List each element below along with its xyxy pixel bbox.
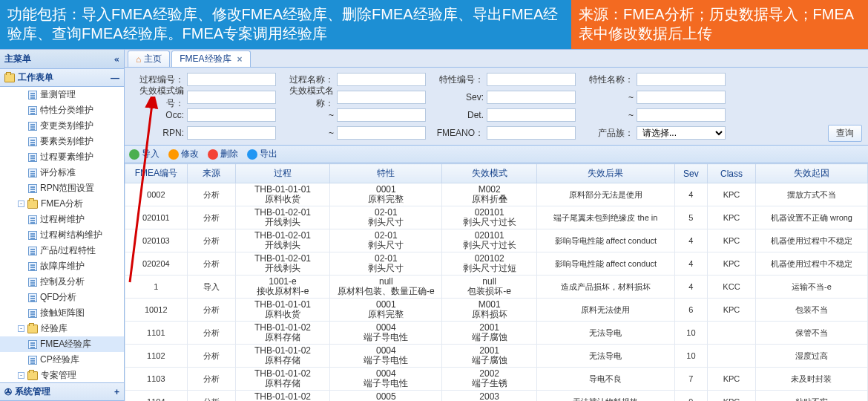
tree-leaf[interactable]: 要素类别维护 xyxy=(0,134,124,149)
table-row[interactable]: 1101分析THB-01-01-02原料存储0004端子导电性2001端子腐蚀无… xyxy=(125,322,868,345)
tree-folder[interactable]: -经验库 xyxy=(0,321,124,336)
table-row[interactable]: 020103分析THB-01-02-01开线剥头02-01剥头尺寸020101剥… xyxy=(125,229,868,252)
edit-button[interactable]: 修改 xyxy=(168,148,199,160)
tree-folder[interactable]: -专案管理 xyxy=(0,368,124,383)
column-header[interactable]: 失效起因 xyxy=(755,164,867,183)
toggle-icon[interactable]: - xyxy=(18,200,24,207)
sidebar-section-sysmgmt[interactable]: ✇ 系统管理 + xyxy=(0,383,124,401)
table-cell: 02-01剥头尺寸 xyxy=(330,206,442,229)
table-row[interactable]: 020101分析THB-01-02-01开线剥头02-01剥头尺寸020101剥… xyxy=(125,206,868,229)
column-header[interactable]: 失效后果 xyxy=(537,164,675,183)
toggle-icon[interactable]: - xyxy=(18,372,24,379)
tree-leaf[interactable]: 控制及分析 xyxy=(0,274,124,290)
import-button[interactable]: 导入 xyxy=(129,148,160,160)
tree-leaf[interactable]: 特性分类维护 xyxy=(0,102,124,118)
table-cell xyxy=(707,322,755,345)
input-rpn-from[interactable] xyxy=(187,126,276,140)
tree-leaf[interactable]: 产品/过程特性 xyxy=(0,243,124,258)
table-row[interactable]: 1104分析THB-01-01-02原料存储0005标识清晰2003标识脱落无法… xyxy=(125,391,868,402)
table-cell: 02-01剥头尺寸 xyxy=(330,252,442,276)
column-header[interactable]: 来源 xyxy=(187,164,235,183)
table-row[interactable]: 1导入1001-e接收原材料-enull原材料包装、数量正确-enull包装损坏… xyxy=(125,276,868,299)
tree-leaf[interactable]: 变更类别维护 xyxy=(0,118,124,134)
plus-icon[interactable]: + xyxy=(114,387,119,397)
table-row[interactable]: 0002分析THB-01-01-01原料收货0001原料完整M002原料折叠原料… xyxy=(125,183,868,206)
input-char-no[interactable] xyxy=(487,73,576,86)
tab-fmea-lib[interactable]: FMEA经验库× xyxy=(171,50,250,67)
table-cell: 分析 xyxy=(187,229,235,252)
table-row[interactable]: 020204分析THB-01-02-01开线剥头02-01剥头尺寸020102剥… xyxy=(125,252,868,276)
table-cell: 0004端子导电性 xyxy=(330,345,442,368)
table-cell: 0002 xyxy=(125,183,188,206)
sidebar: 主菜单 « 工作表单 — 量测管理特性分类维护变更类别维护要素类别维护过程要素维… xyxy=(0,50,125,401)
select-family[interactable]: 请选择... xyxy=(637,126,726,140)
tree-leaf[interactable]: 故障库维护 xyxy=(0,258,124,274)
collapse-icon[interactable]: « xyxy=(114,54,119,65)
tree-label: 专案管理 xyxy=(41,369,76,382)
input-fail-name[interactable] xyxy=(337,91,426,104)
input-rpn-to[interactable] xyxy=(337,126,426,140)
sidebar-section-worklist[interactable]: 工作表单 — xyxy=(0,69,124,87)
table-row[interactable]: 10012分析THB-01-01-01原料收货0001原料完整M001原料损坏原… xyxy=(125,299,868,322)
tree-leaf[interactable]: 接触矩阵图 xyxy=(0,305,124,321)
tree-leaf[interactable]: 过程要素维护 xyxy=(0,149,124,165)
minus-icon[interactable]: — xyxy=(111,73,119,83)
input-det-to[interactable] xyxy=(637,108,726,122)
table-row[interactable]: 1102分析THB-01-01-02原料存储0004端子导电性2001端子腐蚀无… xyxy=(125,345,868,368)
export-button[interactable]: 导出 xyxy=(247,148,277,160)
folder-icon xyxy=(27,200,38,209)
query-button[interactable]: 查询 xyxy=(828,125,862,142)
tree-leaf[interactable]: QFD分析 xyxy=(0,290,124,305)
input-fmeano[interactable] xyxy=(487,126,576,140)
column-header[interactable]: FMEA编号 xyxy=(125,164,188,183)
input-occ-to[interactable] xyxy=(337,108,426,122)
column-header[interactable]: Sev xyxy=(674,164,707,183)
tree-leaf[interactable]: 评分标准 xyxy=(0,165,124,180)
page-icon xyxy=(28,106,37,115)
table-cell: 0004端子导电性 xyxy=(330,322,442,345)
tree-leaf[interactable]: 过程树结构维护 xyxy=(0,227,124,243)
table-cell: 020101剥头尺寸过长 xyxy=(442,206,537,229)
input-char-name[interactable] xyxy=(637,73,726,86)
page-icon xyxy=(28,169,37,177)
table-cell: 4 xyxy=(674,276,707,299)
label-rpn: RPN: xyxy=(131,128,184,138)
table-cell: 湿度过高 xyxy=(755,345,867,368)
tree-leaf[interactable]: FMEA经验库 xyxy=(0,336,124,352)
table-cell: 分析 xyxy=(187,368,235,391)
delete-button[interactable]: 删除 xyxy=(208,148,238,160)
table-cell: 0005标识清晰 xyxy=(330,391,442,402)
input-sev-to[interactable] xyxy=(637,91,726,104)
table-cell: THB-01-02-01开线剥头 xyxy=(235,252,330,276)
close-icon[interactable]: × xyxy=(237,54,243,65)
tree-label: 评分标准 xyxy=(40,166,76,179)
banner-sources: 来源：FMEA分析；历史数据导入；FMEA表中修改数据后上传 xyxy=(571,0,868,49)
data-grid[interactable]: FMEA编号来源过程特性失效模式失效后果SevClass失效起因0002分析TH… xyxy=(125,163,868,401)
table-cell: 影响导电性能 affect conduct xyxy=(537,252,675,276)
tree-label: CP经验库 xyxy=(40,353,79,366)
column-header[interactable]: Class xyxy=(707,164,755,183)
input-det-from[interactable] xyxy=(487,108,576,122)
label-fail-no: 失效模式编号： xyxy=(131,85,184,110)
column-header[interactable]: 特性 xyxy=(330,164,442,183)
table-cell: 未及时封装 xyxy=(755,368,867,391)
tree-leaf[interactable]: 过程树维护 xyxy=(0,212,124,227)
tree-leaf[interactable]: CP经验库 xyxy=(0,352,124,368)
column-header[interactable]: 过程 xyxy=(235,164,330,183)
label-sev: Sev: xyxy=(430,92,484,102)
tab-home[interactable]: ⌂主页 xyxy=(128,50,170,67)
table-row[interactable]: 1103分析THB-01-01-02原料存储0004端子导电性2002端子生锈导… xyxy=(125,368,868,391)
toggle-icon[interactable]: - xyxy=(18,325,24,332)
tree-leaf[interactable]: RPN范围设置 xyxy=(0,180,124,196)
input-sev-from[interactable] xyxy=(487,91,576,104)
column-header[interactable]: 失效模式 xyxy=(442,164,537,183)
tree-leaf[interactable]: 量测管理 xyxy=(0,87,124,102)
input-fail-no[interactable] xyxy=(187,91,276,104)
table-cell: THB-01-01-02原料存储 xyxy=(235,322,330,345)
tree-folder[interactable]: -FMEA分析 xyxy=(0,196,124,212)
input-occ-from[interactable] xyxy=(187,108,276,122)
page-icon xyxy=(28,356,37,365)
page-icon xyxy=(28,231,37,240)
gear-icon: ✇ xyxy=(4,387,12,397)
page-icon xyxy=(28,309,37,318)
